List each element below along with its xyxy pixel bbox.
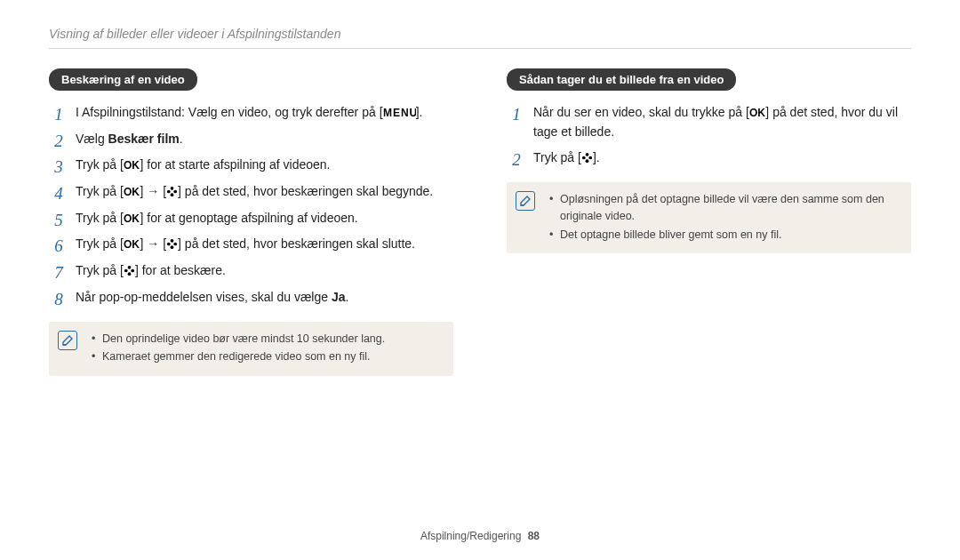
step-text: ] → [ xyxy=(140,184,167,198)
content-columns: Beskæring af en video I Afspilningstilst… xyxy=(49,68,911,376)
flower-icon xyxy=(581,152,593,164)
svg-point-7 xyxy=(171,190,173,193)
right-steps: Når du ser en video, skal du trykke på [… xyxy=(507,103,911,168)
page-title: Visning af billeder eller videoer i Afsp… xyxy=(49,27,911,49)
ok-icon: OK xyxy=(124,238,140,250)
list-item: Når du ser en video, skal du trykke på [… xyxy=(507,103,911,141)
svg-point-17 xyxy=(128,272,132,276)
svg-text:OK: OK xyxy=(124,212,140,224)
ok-icon: OK xyxy=(124,159,140,171)
svg-text:OK: OK xyxy=(124,160,140,172)
step-text: Tryk på [ xyxy=(533,150,581,164)
step-text: Tryk på [ xyxy=(76,263,124,277)
note-box-right: Opløsningen på det optagne billede vil v… xyxy=(507,182,911,253)
step-text-bold: Beskær film xyxy=(108,132,180,146)
pencil-note-icon xyxy=(58,331,77,350)
right-column: Sådan tager du et billede fra en video N… xyxy=(507,68,911,376)
svg-point-18 xyxy=(124,269,128,273)
step-text: Tryk på [ xyxy=(76,157,124,172)
note-item: Det optagne billede bliver gemt som en n… xyxy=(549,227,900,244)
ok-icon: OK xyxy=(124,212,140,224)
svg-point-6 xyxy=(167,190,171,194)
list-item: Tryk på [OK] for at starte afspilning af… xyxy=(49,156,453,175)
step-text-bold: Ja xyxy=(332,290,346,304)
svg-point-24 xyxy=(586,160,589,164)
step-text: ] for at genoptage afspilning af videoen… xyxy=(140,211,358,225)
list-item: Tryk på [OK] for at genoptage afspilning… xyxy=(49,209,453,228)
section-heading-left: Beskæring af en video xyxy=(49,68,197,91)
svg-point-22 xyxy=(586,153,589,156)
footer-section: Afspilning/Redigering xyxy=(420,530,521,542)
step-text: ]. xyxy=(416,105,423,119)
svg-point-4 xyxy=(173,190,177,194)
list-item: Tryk på [OK] → [] på det sted, hvor besk… xyxy=(49,182,453,202)
step-text: ] for at beskære. xyxy=(135,263,226,277)
step-text: Når du ser en video, skal du trykke på [ xyxy=(533,105,749,119)
flower-icon xyxy=(166,186,178,197)
step-text: ] for at starte afspilning af videoen. xyxy=(140,157,331,172)
step-text: . xyxy=(180,132,183,146)
step-text: . xyxy=(346,290,349,304)
pencil-note-icon xyxy=(516,191,535,211)
svg-point-12 xyxy=(171,246,174,250)
menu-icon: MENU xyxy=(383,107,416,118)
svg-point-26 xyxy=(586,156,588,159)
list-item: Tryk på []. xyxy=(507,148,911,168)
svg-point-19 xyxy=(128,269,131,272)
step-text: ]. xyxy=(593,150,600,164)
section-heading-right: Sådan tager du et billede fra en video xyxy=(507,68,736,91)
svg-point-23 xyxy=(588,156,592,160)
list-item: I Afspilningstilstand: Vælg en video, og… xyxy=(49,103,453,123)
svg-point-25 xyxy=(582,156,586,160)
step-text: Tryk på [ xyxy=(76,184,124,198)
svg-text:OK: OK xyxy=(124,239,140,251)
step-text: Vælg xyxy=(76,132,108,146)
note-item: Den oprindelige video bør være mindst 10… xyxy=(92,331,443,348)
flower-icon xyxy=(166,238,178,250)
step-text: Tryk på [ xyxy=(76,236,124,251)
svg-point-11 xyxy=(173,243,177,246)
svg-point-13 xyxy=(167,243,171,246)
svg-point-5 xyxy=(171,193,174,196)
step-text: I Afspilningstilstand: Vælg en video, og… xyxy=(76,105,383,119)
step-text: Når pop-op-meddelelsen vises, skal du væ… xyxy=(76,290,332,304)
ok-icon: OK xyxy=(124,186,140,197)
left-column: Beskæring af en video I Afspilningstilst… xyxy=(49,68,453,376)
step-text: ] på det sted, hvor beskæringen skal slu… xyxy=(178,236,415,251)
step-text: ] → [ xyxy=(140,236,167,251)
list-item: Tryk på [OK] → [] på det sted, hvor besk… xyxy=(49,235,453,254)
svg-text:OK: OK xyxy=(749,107,765,118)
svg-point-10 xyxy=(171,239,174,243)
step-text: ] på det sted, hvor beskæringen skal beg… xyxy=(178,184,433,198)
svg-point-3 xyxy=(171,187,174,190)
svg-point-16 xyxy=(131,269,134,273)
list-item: Når pop-op-meddelelsen vises, skal du væ… xyxy=(49,288,453,308)
svg-point-14 xyxy=(171,243,173,245)
svg-text:OK: OK xyxy=(124,186,140,197)
note-item: Opløsningen på det optagne billede vil v… xyxy=(549,191,900,225)
step-text: Tryk på [ xyxy=(76,211,124,225)
list-item: Tryk på [] for at beskære. xyxy=(49,261,453,281)
left-steps: I Afspilningstilstand: Vælg en video, og… xyxy=(49,103,453,308)
page-number: 88 xyxy=(528,530,540,542)
svg-point-15 xyxy=(128,266,132,269)
list-item: Vælg Beskær film. xyxy=(49,130,453,149)
note-item: Kameraet gemmer den redigerede video som… xyxy=(92,348,443,365)
ok-icon: OK xyxy=(749,107,766,118)
page-footer: Afspilning/Redigering 88 xyxy=(0,530,960,542)
svg-text:MENU: MENU xyxy=(383,107,416,118)
flower-icon xyxy=(124,265,135,276)
note-box-left: Den oprindelige video bør være mindst 10… xyxy=(49,322,453,377)
